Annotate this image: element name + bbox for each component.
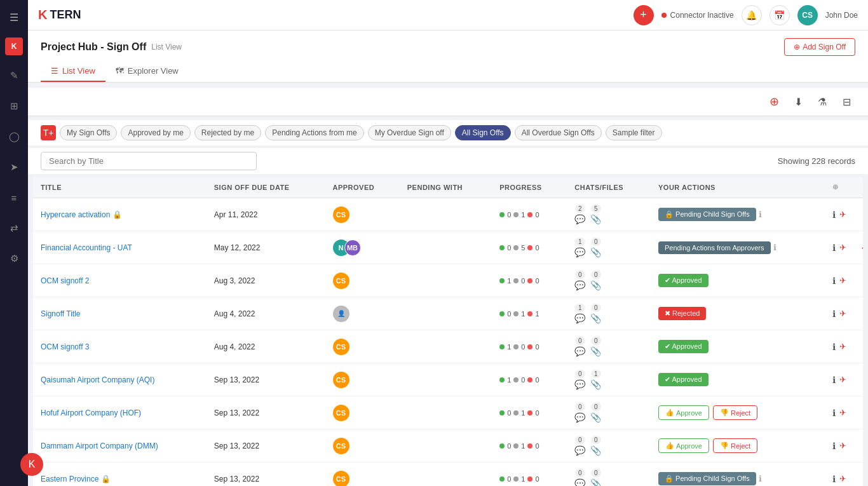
cell-pending-with bbox=[400, 429, 492, 462]
send-icon[interactable]: ✈ bbox=[839, 243, 846, 252]
sidebar-icon-settings[interactable]: ⚙ bbox=[4, 248, 24, 269]
reject-button[interactable]: 👎 Reject bbox=[713, 438, 757, 453]
cell-row-actions: ℹ✈ bbox=[825, 396, 863, 429]
cell-action: ✖ Rejected bbox=[651, 297, 825, 330]
sidebar: ☰ K ✎ ⊞ ◯ ➤ ≡ ⇄ ⚙ bbox=[0, 0, 28, 486]
filter-tag-all-overdue[interactable]: All Overdue Sign Offs bbox=[515, 125, 602, 140]
lock-icon: 🔒 bbox=[112, 210, 122, 219]
avatar: CS bbox=[333, 273, 349, 289]
calendar-button[interactable]: 📅 bbox=[770, 5, 790, 25]
reject-button[interactable]: 👎 Reject bbox=[713, 405, 757, 420]
filter-tag-sample[interactable]: Sample filter bbox=[606, 125, 662, 140]
cell-due-date: Apr 11, 2022 bbox=[207, 198, 325, 231]
cell-approved: CS bbox=[325, 429, 400, 462]
info-circle-icon[interactable]: ℹ bbox=[832, 309, 836, 319]
action-badge-pending-child: 🔒 Pending Child Sign Offs bbox=[658, 208, 756, 221]
info-circle-icon[interactable]: ℹ bbox=[832, 342, 836, 352]
sidebar-icon-user[interactable]: ◯ bbox=[4, 126, 24, 147]
sidebar-icon-swap[interactable]: ⇄ bbox=[4, 218, 24, 238]
cell-chats-files: 1💬 0📎 bbox=[567, 297, 651, 330]
table-row: Hofuf Airport Company (HOF) Sep 13, 2022… bbox=[33, 396, 863, 429]
notification-button[interactable]: 🔔 bbox=[742, 5, 762, 25]
col-pending-with: Pending With bbox=[400, 177, 492, 198]
cell-row-actions: ℹ ✈ ← bbox=[825, 231, 863, 264]
info-circle-icon[interactable]: ℹ bbox=[832, 441, 836, 451]
cell-row-actions: ℹ✈ bbox=[825, 429, 863, 462]
send-icon[interactable]: ✈ bbox=[839, 309, 846, 318]
avatar: CS bbox=[333, 206, 349, 223]
filter-tag-approved-by-me[interactable]: Approved by me bbox=[121, 125, 190, 140]
action-badge-pending-actions: Pending Actions from Approvers bbox=[658, 241, 771, 254]
action-badge-approved: ✔ Approved bbox=[658, 340, 709, 353]
filter-tag-my-signoffs[interactable]: My Sign Offs bbox=[60, 125, 117, 140]
info-icon[interactable]: ℹ bbox=[759, 210, 762, 219]
menu-icon[interactable]: ☰ bbox=[6, 8, 22, 27]
cell-chats-files: 2💬 5📎 bbox=[567, 198, 651, 231]
cell-due-date: Aug 3, 2022 bbox=[207, 264, 325, 297]
add-sign-off-button[interactable]: ⊕ Add Sign Off bbox=[784, 38, 855, 56]
info-circle-icon[interactable]: ℹ bbox=[832, 408, 836, 418]
cell-action: ✔ Approved bbox=[651, 363, 825, 396]
cell-chats-files: 0💬 0📎 bbox=[567, 264, 651, 297]
cell-due-date: May 12, 2022 bbox=[207, 231, 325, 264]
filter-tag-all-signoffs[interactable]: All Sign Offs bbox=[455, 125, 511, 140]
send-icon[interactable]: ✈ bbox=[839, 375, 846, 384]
toolbar-stack-button[interactable]: ⊟ bbox=[837, 93, 855, 111]
send-icon[interactable]: ✈ bbox=[839, 441, 846, 450]
col-approved: Approved bbox=[325, 177, 400, 198]
cell-due-date: Aug 4, 2022 bbox=[207, 330, 325, 363]
toolbar-add-button[interactable]: ⊕ bbox=[765, 93, 783, 111]
cell-title: Financial Accounting - UAT bbox=[33, 231, 207, 264]
add-sign-off-plus-icon: ⊕ bbox=[794, 43, 800, 51]
info-circle-icon[interactable]: ℹ bbox=[832, 276, 836, 286]
cell-row-actions: ℹ✈ bbox=[825, 198, 863, 231]
avatar: CS bbox=[333, 438, 349, 454]
cell-pending-with bbox=[400, 297, 492, 330]
bottom-left-button[interactable]: K bbox=[20, 453, 43, 476]
send-icon[interactable]: ✈ bbox=[839, 408, 846, 417]
search-input[interactable] bbox=[41, 152, 257, 170]
info-circle-icon[interactable]: ℹ bbox=[832, 243, 836, 253]
info-icon[interactable]: ℹ bbox=[759, 474, 762, 483]
table-row: Eastern Province🔒 Sep 13, 2022 CS 010 0💬… bbox=[33, 462, 863, 487]
filter-tag-rejected-by-me[interactable]: Rejected by me bbox=[194, 125, 261, 140]
logo-tern: TERN bbox=[50, 8, 81, 22]
sidebar-icon-edit[interactable]: ✎ bbox=[4, 65, 24, 86]
toolbar-download-button[interactable]: ⬇ bbox=[789, 93, 807, 111]
user-avatar[interactable]: CS bbox=[797, 5, 818, 25]
send-icon[interactable]: ✈ bbox=[839, 342, 846, 351]
send-icon[interactable]: ✈ bbox=[839, 474, 846, 483]
filter-tag-pending-actions[interactable]: Pending Actions from me bbox=[265, 125, 363, 140]
toolbar-filter-button[interactable]: ⚗ bbox=[813, 93, 831, 111]
table-row: Dammam Airport Company (DMM) Sep 13, 202… bbox=[33, 429, 863, 462]
cell-approved: CS bbox=[325, 396, 400, 429]
col-due-date: Sign Off Due Date bbox=[207, 177, 325, 198]
filter-add-button[interactable]: T+ bbox=[41, 125, 56, 140]
filter-tag-overdue-signoff[interactable]: My Overdue Sign off bbox=[368, 125, 451, 140]
approve-button[interactable]: 👍 Approve bbox=[658, 438, 709, 453]
col-progress: Progress bbox=[492, 177, 567, 198]
send-icon[interactable]: ✈ bbox=[839, 276, 846, 285]
cell-title: Hypercare activation🔒 bbox=[33, 198, 207, 231]
col-your-actions: Your Actions bbox=[651, 177, 825, 198]
navbar-add-button[interactable]: + bbox=[634, 5, 654, 25]
col-add[interactable]: ⊕ bbox=[825, 177, 863, 198]
action-badge-pending-child: 🔒 Pending Child Sign Offs bbox=[658, 472, 756, 485]
avatar: CS bbox=[333, 471, 349, 487]
cell-row-actions: ℹ✈ bbox=[825, 264, 863, 297]
info-circle-icon[interactable]: ℹ bbox=[832, 474, 836, 484]
info-circle-icon[interactable]: ℹ bbox=[832, 210, 836, 220]
sidebar-icon-grid[interactable]: ⊞ bbox=[4, 96, 24, 116]
tab-list-view[interactable]: ☰ List View bbox=[41, 61, 105, 82]
tab-explorer-view[interactable]: 🗺 Explorer View bbox=[105, 61, 189, 82]
page-subtitle: List View bbox=[151, 43, 182, 51]
cell-progress: 010 bbox=[492, 429, 567, 462]
table-row: Hypercare activation🔒 Apr 11, 2022 CS 01… bbox=[33, 198, 863, 231]
sidebar-icon-send[interactable]: ➤ bbox=[4, 157, 24, 177]
cell-action: 👍 Approve 👎 Reject bbox=[651, 396, 825, 429]
approve-button[interactable]: 👍 Approve bbox=[658, 405, 709, 420]
info-icon[interactable]: ℹ bbox=[773, 243, 776, 252]
sidebar-icon-list[interactable]: ≡ bbox=[4, 187, 24, 208]
send-icon[interactable]: ✈ bbox=[839, 210, 846, 219]
info-circle-icon[interactable]: ℹ bbox=[832, 375, 836, 385]
